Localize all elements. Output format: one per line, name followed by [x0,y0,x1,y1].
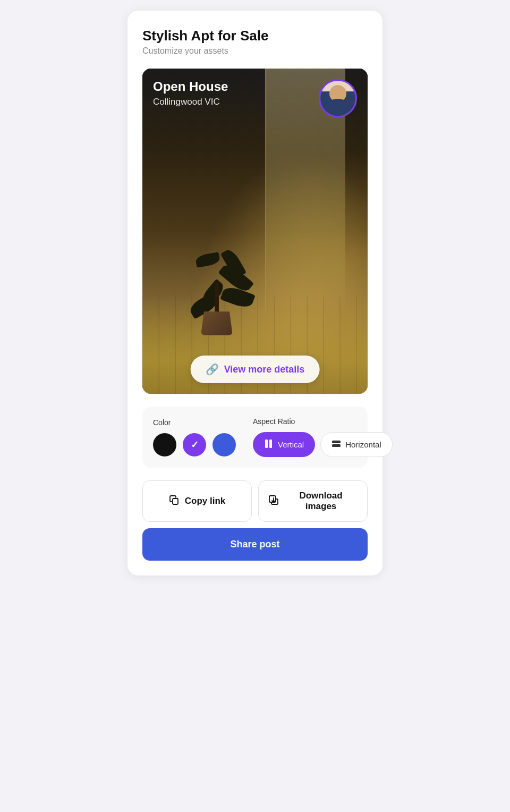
link-icon: 🔗 [206,363,219,376]
color-control-group: Color [153,418,236,456]
horizontal-icon [332,439,341,450]
vertical-icon [264,439,274,450]
aspect-options: Vertical Horizontal [253,432,393,457]
color-swatch-blue[interactable] [212,433,236,456]
view-details-button[interactable]: 🔗 View more details [191,356,320,383]
vertical-aspect-button[interactable]: Vertical [253,432,315,457]
share-post-label: Share post [230,539,279,550]
property-image: Open House Collingwood VIC 🔗 View more d… [142,69,368,394]
copy-link-button[interactable]: Copy link [142,480,252,522]
share-post-button[interactable]: Share post [142,528,368,561]
page-subtitle: Customize your assets [142,46,368,56]
download-icon [268,495,279,508]
horizontal-label: Horizontal [345,440,381,449]
plant-pot [201,311,233,335]
avatar-body [325,99,351,116]
event-title: Open House [153,79,228,95]
vertical-label: Vertical [278,440,304,449]
controls-row: Color Aspect Ratio [153,417,357,457]
aspect-ratio-control-group: Aspect Ratio Vertical [253,417,393,457]
svg-rect-0 [265,439,268,448]
color-options [153,433,236,456]
main-card: Stylish Apt for Sale Customize your asse… [128,11,382,576]
download-images-button[interactable]: Download images [258,480,368,522]
svg-rect-1 [269,439,272,448]
event-location: Collingwood VIC [153,97,228,107]
svg-rect-2 [332,441,341,443]
color-swatch-black[interactable] [153,433,176,456]
avatar-person [320,81,355,116]
copy-icon [169,495,180,508]
color-label: Color [153,418,236,427]
action-buttons-row: Copy link Download images [142,480,368,522]
svg-rect-3 [332,444,341,447]
svg-rect-4 [173,498,178,504]
page-title: Stylish Apt for Sale [142,28,368,44]
copy-link-label: Copy link [185,496,226,506]
overlay-text: Open House Collingwood VIC [153,79,228,107]
aspect-ratio-label: Aspect Ratio [253,417,393,426]
plant-stem [215,282,219,314]
property-image-container: Open House Collingwood VIC 🔗 View more d… [142,69,368,394]
plant-silhouette [169,156,264,335]
agent-avatar [319,79,357,117]
horizontal-aspect-button[interactable]: Horizontal [320,432,393,457]
leaf [195,252,220,267]
image-overlay: Open House Collingwood VIC [142,69,368,128]
controls-section: Color Aspect Ratio [142,407,368,468]
download-images-label: Download images [284,490,358,512]
view-details-label: View more details [224,364,305,375]
color-swatch-purple[interactable] [183,433,206,456]
